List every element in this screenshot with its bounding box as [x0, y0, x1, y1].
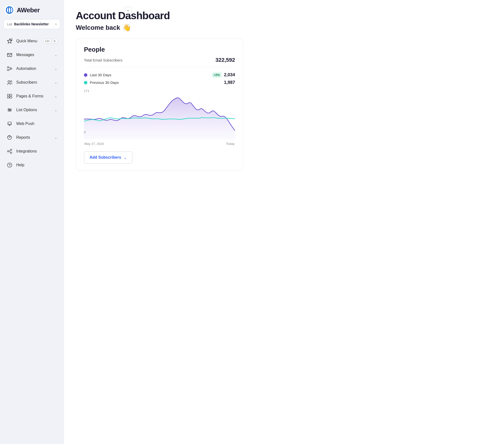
svg-point-32	[10, 149, 12, 151]
main-content: Account Dashboard Welcome back 👋 People …	[64, 0, 504, 444]
aweber-logo-icon	[4, 5, 15, 15]
svg-point-37	[9, 166, 10, 166]
card-title: People	[84, 46, 235, 53]
chart-date-start: May 27, 2024	[84, 142, 104, 146]
add-subscribers-chevron-icon: ⌄	[124, 155, 127, 160]
last30-dot	[84, 73, 87, 77]
total-subscribers-row: Total Email Subscribers 322,592	[84, 57, 235, 67]
sidebar-item-label-integrations: Integrations	[16, 149, 57, 154]
prev30-values: 1,987	[224, 80, 235, 85]
chevron-down-icon-list-options: ⌄	[54, 108, 57, 112]
last30-values: +2% 2,034	[212, 72, 235, 77]
chart-dates: May 27, 2024 Today	[84, 142, 235, 146]
sidebar-item-help[interactable]: Help	[2, 159, 62, 172]
pages-forms-icon	[6, 93, 13, 99]
last30-badge: +2%	[212, 72, 221, 77]
web-push-icon	[6, 121, 13, 127]
svg-rect-18	[10, 94, 12, 96]
shortcut-key-ctrl: Ctrl	[44, 39, 51, 43]
quick-menu-icon	[6, 38, 13, 44]
svg-rect-20	[10, 97, 12, 98]
help-icon	[6, 162, 13, 168]
sidebar-item-messages[interactable]: Messages⌄	[2, 48, 62, 61]
sidebar-item-label-reports: Reports	[16, 135, 53, 140]
sidebar: AWeber List Backlinko Newsletter › Quick…	[0, 0, 64, 444]
prev30-legend: Previous 30 Days	[84, 80, 216, 85]
last30-row: Last 30 Days +2% 2,034	[84, 72, 235, 77]
sidebar-nav: Quick MenuCtrlKMessages⌄Automation⌄Subsc…	[0, 33, 64, 444]
list-chevron-icon: ›	[55, 22, 57, 26]
sidebar-item-pages-forms[interactable]: Pages & Forms⌄	[2, 89, 62, 103]
sidebar-item-subscribers[interactable]: Subscribers⌄	[2, 76, 62, 89]
svg-line-34	[9, 150, 10, 151]
sidebar-item-automation[interactable]: Automation⌄	[2, 62, 62, 75]
chart-date-end: Today	[226, 142, 234, 146]
sidebar-item-label-automation: Automation	[16, 66, 53, 71]
chevron-down-icon-automation: ⌄	[54, 67, 57, 71]
chevron-down-icon-pages-forms: ⌄	[54, 94, 57, 98]
svg-rect-17	[7, 94, 9, 96]
prev30-dot	[84, 81, 87, 84]
welcome-label: Welcome back	[76, 24, 120, 32]
svg-point-31	[7, 151, 9, 152]
welcome-text: Welcome back 👋	[76, 24, 492, 32]
svg-rect-6	[7, 53, 12, 56]
svg-point-26	[9, 110, 10, 111]
svg-point-36	[7, 163, 12, 167]
sidebar-item-quick-menu[interactable]: Quick MenuCtrlK	[2, 35, 62, 48]
subscribers-chart	[84, 89, 235, 140]
sidebar-item-reports[interactable]: Reports⌄	[2, 131, 62, 144]
messages-icon	[6, 52, 13, 58]
sidebar-item-label-pages-forms: Pages & Forms	[16, 94, 53, 98]
reports-icon	[6, 134, 13, 141]
sidebar-item-label-subscribers: Subscribers	[16, 80, 53, 85]
aweber-logo-text: AWeber	[17, 6, 40, 14]
total-label: Total Email Subscribers	[84, 58, 123, 62]
automation-icon	[6, 65, 13, 72]
svg-point-16	[10, 81, 12, 82]
list-options-icon	[6, 107, 13, 113]
last30-legend: Last 30 Days	[84, 73, 204, 77]
list-label: List	[7, 22, 12, 26]
svg-rect-27	[8, 122, 11, 125]
chart-container: 171 0	[84, 89, 235, 140]
integrations-icon	[6, 148, 13, 155]
svg-rect-7	[7, 67, 9, 68]
prev30-value: 1,987	[224, 80, 235, 85]
svg-line-35	[9, 151, 10, 152]
wave-emoji: 👋	[123, 24, 131, 32]
svg-rect-19	[7, 97, 9, 98]
sidebar-item-label-web-push: Web Push	[16, 122, 57, 126]
sidebar-item-label-quick-menu: Quick Menu	[16, 39, 44, 43]
svg-point-24	[8, 108, 9, 109]
list-selector[interactable]: List Backlinko Newsletter ›	[3, 19, 60, 29]
chart-y-max-label: 171	[84, 89, 89, 93]
people-card: People Total Email Subscribers 322,592 L…	[76, 39, 243, 171]
svg-rect-8	[7, 69, 9, 71]
last30-value: 2,034	[224, 72, 235, 77]
total-value: 322,592	[215, 57, 235, 63]
sidebar-collapse-button[interactable]: «	[125, 7, 131, 14]
logo: AWeber	[0, 0, 64, 19]
last30-label: Last 30 Days	[90, 73, 111, 77]
chevron-down-icon-messages: ⌄	[54, 53, 57, 57]
list-name: Backlinko Newsletter	[14, 22, 53, 26]
svg-point-25	[10, 109, 11, 110]
sidebar-item-list-options[interactable]: List Options⌄	[2, 103, 62, 117]
chevron-down-icon-reports: ⌄	[54, 136, 57, 140]
sidebar-item-web-push[interactable]: Web Push	[2, 117, 62, 130]
prev30-row: Previous 30 Days 1,987	[84, 80, 235, 85]
svg-rect-9	[11, 68, 12, 69]
sidebar-item-integrations[interactable]: Integrations	[2, 145, 62, 158]
page-title: Account Dashboard	[76, 10, 492, 22]
svg-point-15	[8, 81, 10, 83]
add-subscribers-button[interactable]: Add Subscribers ⌄	[84, 152, 132, 164]
add-subscribers-label: Add Subscribers	[90, 155, 121, 160]
sidebar-item-label-messages: Messages	[16, 53, 53, 57]
subscribers-icon	[6, 79, 13, 86]
chart-y-min-label: 0	[84, 130, 86, 134]
svg-point-33	[10, 152, 12, 154]
shortcut-key-k: K	[52, 39, 57, 43]
prev30-label: Previous 30 Days	[90, 80, 119, 85]
sidebar-item-label-help: Help	[16, 163, 57, 167]
